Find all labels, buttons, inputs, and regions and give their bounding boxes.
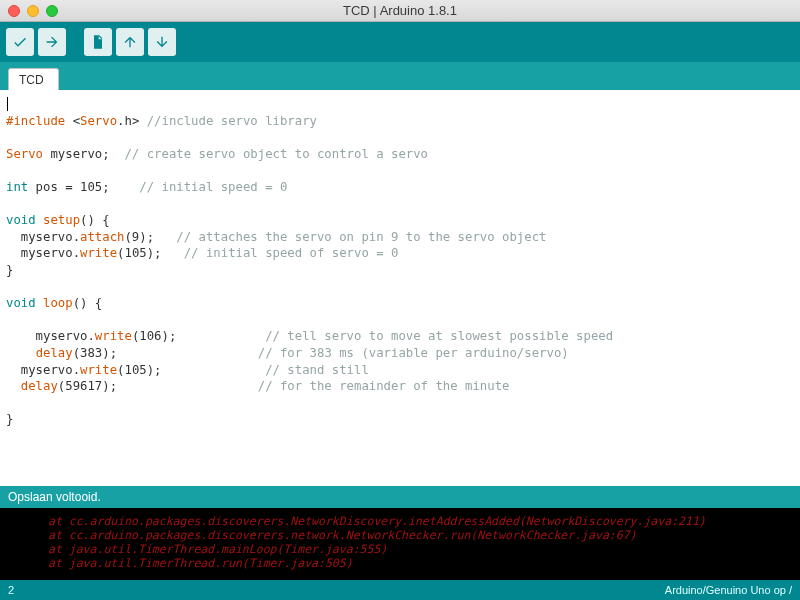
code-editor[interactable]: #include <Servo.h> //include servo libra…: [0, 90, 800, 486]
code-token: loop: [43, 296, 73, 310]
code-token: [6, 379, 21, 393]
toolbar: [0, 22, 800, 62]
code-token: }: [6, 263, 13, 277]
code-token: pos = 105;: [28, 180, 139, 194]
code-token: .h>: [117, 114, 147, 128]
code-token: () {: [73, 296, 103, 310]
code-token: myservo;: [43, 147, 124, 161]
code-token: Servo: [80, 114, 117, 128]
new-sketch-button[interactable]: [84, 28, 112, 56]
code-token: myservo.: [6, 363, 80, 377]
code-token: myservo.: [6, 230, 80, 244]
file-icon: [90, 34, 106, 50]
code-token: delay: [21, 379, 58, 393]
code-token: write: [95, 329, 132, 343]
code-token: [6, 346, 36, 360]
code-comment: // initial speed = 0: [139, 180, 287, 194]
code-token: write: [80, 363, 117, 377]
code-token: <: [65, 114, 80, 128]
status-message: Opslaan voltooid.: [8, 490, 101, 504]
footer-board-info: Arduino/Genuino Uno op /: [665, 584, 792, 596]
code-token: attach: [80, 230, 124, 244]
code-token: write: [80, 246, 117, 260]
code-token: (59617);: [58, 379, 258, 393]
code-token: (105);: [117, 246, 184, 260]
console-line: at cc.arduino.packages.discoverers.netwo…: [48, 528, 637, 542]
status-bar: Opslaan voltooid.: [0, 486, 800, 508]
code-comment: // for 383 ms (variable per arduino/serv…: [258, 346, 569, 360]
console-line: at java.util.TimerThread.run(Timer.java:…: [48, 556, 353, 570]
check-icon: [12, 34, 28, 50]
upload-button[interactable]: [38, 28, 66, 56]
tab-tcd[interactable]: TCD: [8, 68, 59, 91]
code-comment: //include servo library: [147, 114, 317, 128]
code-token: myservo.: [6, 246, 80, 260]
tab-strip: TCD: [0, 62, 800, 90]
code-token: }: [6, 412, 13, 426]
window-titlebar: TCD | Arduino 1.8.1: [0, 0, 800, 22]
footer-bar: 2 Arduino/Genuino Uno op /: [0, 580, 800, 600]
code-token: int: [6, 180, 28, 194]
save-sketch-button[interactable]: [148, 28, 176, 56]
code-comment: // initial speed of servo = 0: [184, 246, 399, 260]
code-token: void: [6, 213, 36, 227]
code-comment: // for the remainder of the minute: [258, 379, 510, 393]
verify-button[interactable]: [6, 28, 34, 56]
code-comment: // attaches the servo on pin 9 to the se…: [176, 230, 546, 244]
console-line: at java.util.TimerThread.mainLoop(Timer.…: [48, 542, 387, 556]
open-sketch-button[interactable]: [116, 28, 144, 56]
code-token: () {: [80, 213, 110, 227]
window-title: TCD | Arduino 1.8.1: [0, 3, 800, 18]
arrow-down-icon: [154, 34, 170, 50]
code-token: setup: [43, 213, 80, 227]
code-token: (105);: [117, 363, 265, 377]
code-token: myservo.: [6, 329, 95, 343]
arrow-up-icon: [122, 34, 138, 50]
footer-line-number: 2: [8, 584, 14, 596]
code-token: [36, 213, 43, 227]
code-token: (383);: [73, 346, 258, 360]
code-comment: // stand still: [265, 363, 369, 377]
console-line: at cc.arduino.packages.discoverers.Netwo…: [48, 514, 706, 528]
code-comment: // tell servo to move at slowest possibl…: [265, 329, 613, 343]
arrow-right-icon: [44, 34, 60, 50]
code-token: void: [6, 296, 36, 310]
console-output[interactable]: at cc.arduino.packages.discoverers.Netwo…: [0, 508, 800, 580]
code-token: (106);: [132, 329, 265, 343]
code-token: Servo: [6, 147, 43, 161]
code-token: [36, 296, 43, 310]
code-comment: // create servo object to control a serv…: [124, 147, 428, 161]
code-token: delay: [36, 346, 73, 360]
code-token: (9);: [124, 230, 176, 244]
code-token: #include: [6, 114, 65, 128]
